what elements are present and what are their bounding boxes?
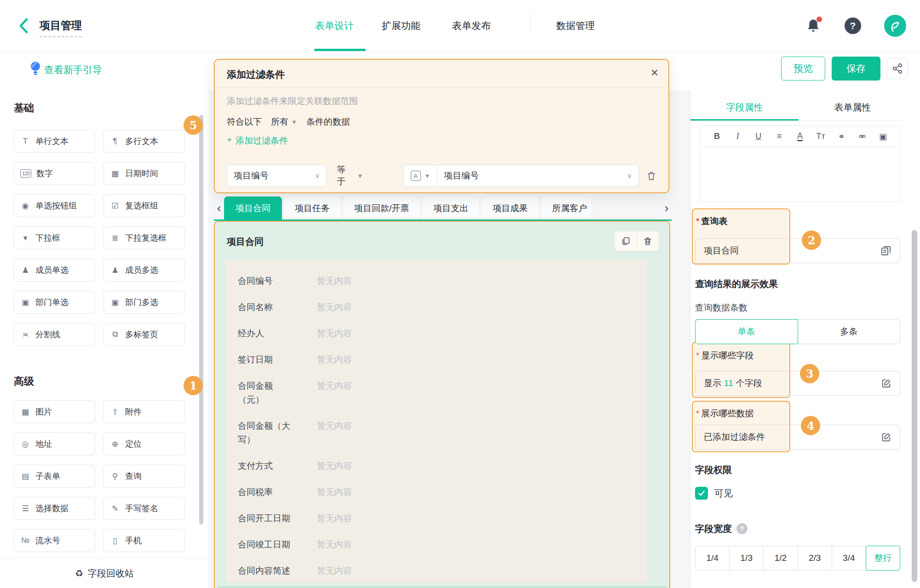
field-chip-tab-pages[interactable]: ⧉多标签页 <box>104 323 185 346</box>
tab-form-properties[interactable]: 表单属性 <box>799 97 907 121</box>
checked-checkbox-icon[interactable] <box>695 487 708 500</box>
tab-form-publish[interactable]: 表单发布 <box>452 19 491 32</box>
add-filter-condition-link[interactable]: + 添加过滤条件 <box>227 135 288 147</box>
edit-icon[interactable] <box>881 378 891 388</box>
query-widget-panel[interactable]: 项目合同 合同编号暂无内容 合同名称暂无内容 经办人暂无内容 签订日期暂无内容 … <box>214 221 670 588</box>
copy-widget-icon[interactable] <box>615 231 637 251</box>
align-icon[interactable]: ≡ <box>769 132 789 141</box>
delete-condition-icon[interactable] <box>646 171 656 181</box>
help-icon[interactable]: ? <box>845 17 861 34</box>
field-chip-image[interactable]: ▩图片 <box>14 400 95 423</box>
tab-field-properties[interactable]: 字段属性 <box>690 97 799 121</box>
tab-project-task[interactable]: 项目任务 <box>283 196 341 219</box>
edit-icon[interactable] <box>881 432 891 442</box>
inspector-scrollbar[interactable] <box>912 230 917 582</box>
field-chip-geolocation[interactable]: ⊕定位 <box>104 432 185 455</box>
width-option-two-thirds[interactable]: 2/3 <box>798 546 832 571</box>
widget-actions <box>614 231 659 251</box>
option-single-record[interactable]: 单条 <box>695 319 798 344</box>
filter-condition-row: 项目编号 ∨ 等于 ▼ A ▼ 项目编号 ∨ <box>227 165 656 187</box>
condition-field-select[interactable]: 项目编号 ∨ <box>227 165 327 187</box>
condition-value-select[interactable]: 项目编号 ∨ <box>437 165 639 187</box>
visible-checkbox-row[interactable]: 可见 <box>695 487 733 500</box>
field-chip-datetime[interactable]: ▦日期时间 <box>104 162 185 185</box>
tab-data-management[interactable]: 数据管理 <box>556 19 595 32</box>
field-chip-checkbox-group[interactable]: ☑复选框组 <box>104 194 185 217</box>
width-option-three-quarters[interactable]: 3/4 <box>832 546 866 571</box>
save-button[interactable]: 保存 <box>832 57 880 81</box>
insert-image-icon[interactable]: ▣ <box>873 132 893 142</box>
field-chip-dept-single[interactable]: ▣部门单选 <box>14 291 95 314</box>
font-color-icon[interactable]: A <box>797 132 803 141</box>
field-count-value: 11 <box>724 378 733 388</box>
tab-project-expense[interactable]: 项目支出 <box>422 196 480 219</box>
modal-description: 添加过滤条件来限定关联数据范围 <box>227 95 656 107</box>
tab-project-customer[interactable]: 所属客户 <box>540 196 592 219</box>
font-size-icon[interactable]: Tᴛ <box>811 132 831 141</box>
sidebar-scrollbar[interactable] <box>199 115 203 525</box>
people-icon: ♟ <box>110 265 120 275</box>
preview-button[interactable]: 预览 <box>781 57 825 81</box>
match-mode-select[interactable]: 所有 ▼ <box>271 116 297 128</box>
link-icon[interactable]: ⚭ <box>831 132 852 142</box>
width-help-icon[interactable]: ? <box>736 523 748 534</box>
advanced-field-grid: ▩图片 ⇧附件 ◎地址 ⊕定位 ▤子表单 ⚲查询 ☰选择数据 ✎手写签名 №流水… <box>14 400 185 552</box>
notification-bell-icon[interactable] <box>806 17 822 34</box>
field-title-richtext[interactable]: B I U ≡ A Tᴛ ⚭ ⚮ ▣ <box>700 126 900 202</box>
width-option-full-row[interactable]: 整行 <box>866 546 900 571</box>
open-form-icon[interactable] <box>880 245 891 256</box>
field-chip-address[interactable]: ◎地址 <box>14 432 95 455</box>
field-chip-number[interactable]: 123数字 <box>14 162 95 185</box>
user-avatar[interactable] <box>884 15 906 37</box>
field-recycle-bin[interactable]: ♻ 字段回收站 <box>0 558 209 588</box>
field-chip-member-single[interactable]: ♟成员单选 <box>14 259 95 282</box>
field-chip-select-data[interactable]: ☰选择数据 <box>14 497 95 520</box>
field-chip-query[interactable]: ⚲查询 <box>104 465 185 488</box>
tab-project-contract[interactable]: 项目合同 <box>224 196 282 219</box>
database-icon: ☰ <box>20 504 30 513</box>
option-multiple-records[interactable]: 多条 <box>798 319 901 344</box>
tabs-scroll-right-icon[interactable]: › <box>661 196 672 219</box>
back-icon[interactable] <box>17 17 29 34</box>
field-width-options: 1/4 1/3 1/2 2/3 3/4 整行 <box>695 546 900 571</box>
field-chip-divider[interactable]: ≍分割线 <box>14 323 95 346</box>
display-fields-field[interactable]: 显示 11 个字段 <box>695 371 900 396</box>
phone-icon: ▯ <box>110 536 120 546</box>
preview-row: 经办人暂无内容 <box>238 327 638 340</box>
field-chip-signature[interactable]: ✎手写签名 <box>104 497 185 520</box>
display-data-field[interactable]: 已添加过滤条件 <box>695 425 900 450</box>
form-designer-app: 项目管理 表单设计 扩展功能 表单发布 数据管理 ? 查看新手引导 预览 保存 … <box>0 0 920 588</box>
tab-project-payment-invoice[interactable]: 项目回款/开票 <box>343 196 420 219</box>
tab-form-design[interactable]: 表单设计 <box>315 19 354 32</box>
field-type-icon: A <box>411 171 421 181</box>
width-option-quarter[interactable]: 1/4 <box>695 546 730 571</box>
delete-widget-icon[interactable] <box>637 231 659 251</box>
preview-row: 合同名称暂无内容 <box>238 300 638 314</box>
field-chip-single-line-text[interactable]: T单行文本 <box>14 130 95 153</box>
value-type-select[interactable]: A ▼ <box>403 165 437 187</box>
tabs-scroll-left-icon[interactable]: ‹ <box>214 196 224 219</box>
field-chip-multi-dropdown[interactable]: ≣下拉复选框 <box>104 226 185 249</box>
field-chip-subform[interactable]: ▤子表单 <box>14 465 95 488</box>
unlink-icon[interactable]: ⚮ <box>852 132 873 142</box>
field-chip-multi-line-text[interactable]: ¶多行文本 <box>104 130 185 153</box>
share-button[interactable] <box>887 58 908 79</box>
field-chip-member-multi[interactable]: ♟成员多选 <box>104 259 185 282</box>
query-table-field[interactable]: 项目合同 <box>695 238 900 263</box>
width-option-half[interactable]: 1/2 <box>763 546 798 571</box>
close-icon[interactable]: × <box>651 66 658 79</box>
width-option-third[interactable]: 1/3 <box>729 546 764 571</box>
beginner-guide-link[interactable]: 查看新手引导 <box>44 63 102 76</box>
field-chip-radio-group[interactable]: ◉单选按钮组 <box>14 194 95 217</box>
underline-icon[interactable]: U <box>748 132 769 141</box>
bold-icon[interactable]: B <box>707 132 727 141</box>
field-chip-attachment[interactable]: ⇧附件 <box>104 400 185 423</box>
field-chip-phone[interactable]: ▯手机 <box>104 529 185 552</box>
field-chip-dept-multi[interactable]: ▣部门多选 <box>104 291 185 314</box>
italic-icon[interactable]: I <box>727 132 748 141</box>
field-chip-dropdown[interactable]: ▾下拉框 <box>14 226 95 249</box>
tab-extensions[interactable]: 扩展功能 <box>382 19 420 32</box>
condition-operator-select[interactable]: 等于 ▼ <box>337 164 363 188</box>
field-chip-serial-number[interactable]: №流水号 <box>14 529 95 552</box>
tab-project-outcome[interactable]: 项目成果 <box>481 196 539 219</box>
